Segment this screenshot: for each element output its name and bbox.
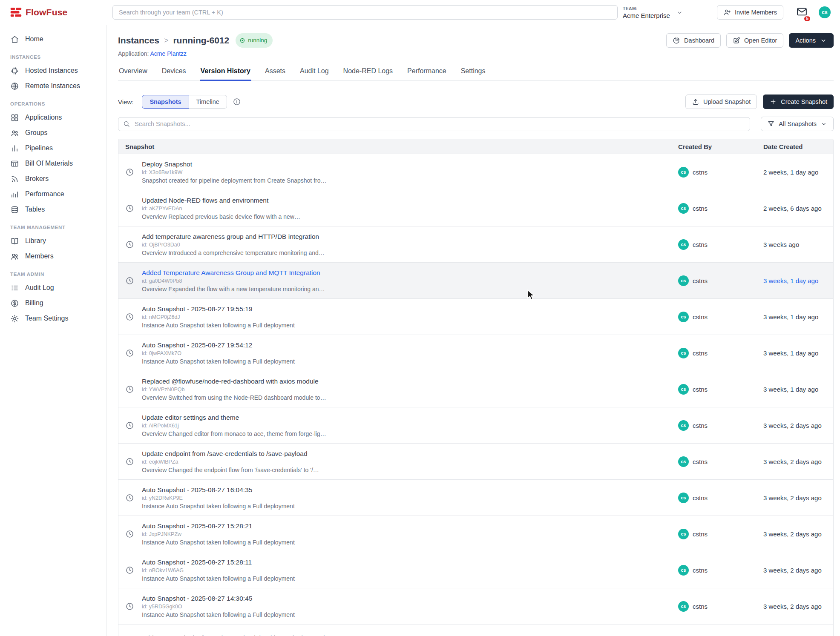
column-header-snapshot: Snapshot (118, 143, 671, 150)
create-snapshot-button[interactable]: Create Snapshot (763, 95, 834, 109)
table-row[interactable]: Added Temperature Awareness Group and MQ… (118, 262, 833, 298)
sidebar-item-groups[interactable]: Groups (0, 125, 106, 140)
creator-avatar: cs (678, 384, 689, 395)
sidebar-item-library[interactable]: Library (0, 233, 106, 249)
sidebar-item-members[interactable]: Members (0, 249, 106, 264)
table-row[interactable]: Auto Snapshot - 2025-08-27 16:04:35 id: … (118, 479, 833, 516)
sidebar-item-billing[interactable]: Billing (0, 295, 106, 311)
dashboard-label: Dashboard (684, 37, 714, 44)
sidebar-item-tables[interactable]: Tables (0, 202, 106, 217)
snapshot-description: Instance Auto Snapshot taken following a… (142, 611, 295, 618)
clock-icon (125, 493, 134, 502)
notifications-button[interactable]: 5 (796, 6, 808, 19)
tab-version-history[interactable]: Version History (200, 63, 251, 80)
info-icon[interactable] (233, 97, 241, 106)
main-content: Instances > running-6012 running Applica… (106, 25, 840, 636)
sidebar-item-pipelines[interactable]: Pipelines (0, 140, 106, 156)
creator-avatar: cs (678, 420, 689, 431)
table-row[interactable]: Replaced @flowfuse/node-red-dashboard wi… (118, 371, 833, 407)
snapshot-texts: Add HTTP endpoint for saving credentials… (142, 634, 332, 636)
snapshot-texts: Update endpoint from /save-credentials t… (142, 450, 319, 473)
created-by-cell: cs cstns (671, 312, 757, 322)
notification-badge: 5 (803, 15, 811, 22)
view-snapshots-toggle[interactable]: Snapshots (142, 95, 189, 109)
sidebar-item-home[interactable]: Home (0, 32, 106, 47)
team-search-input[interactable] (112, 5, 618, 20)
breadcrumb-instances-link[interactable]: Instances (118, 35, 159, 46)
tab-node-red-logs[interactable]: Node-RED Logs (342, 63, 394, 80)
tab-audit-log[interactable]: Audit Log (299, 63, 330, 80)
team-name: Acme Enterprise (623, 12, 670, 19)
creator-name: cstns (693, 530, 708, 538)
view-timeline-toggle[interactable]: Timeline (189, 95, 227, 109)
user-plus-icon (723, 9, 731, 16)
sidebar-item-bill-of-materials[interactable]: Bill Of Materials (0, 156, 106, 171)
snapshot-description: Instance Auto Snapshot taken following a… (142, 575, 295, 582)
sidebar-section-team-management: TEAM MANAGEMENT (0, 217, 106, 233)
snapshot-filter-dropdown[interactable]: All Snapshots (761, 117, 834, 131)
filter-funnel-icon (767, 120, 775, 128)
chevron-down-icon (820, 37, 827, 44)
creator-avatar: cs (678, 275, 689, 286)
table-row[interactable]: Auto Snapshot - 2025-08-27 19:54:12 id: … (118, 335, 833, 371)
snapshot-texts: Added Temperature Awareness Group and MQ… (142, 269, 325, 292)
date-created-cell: 3 weeks, 1 day ago (757, 386, 833, 393)
flowfuse-logo[interactable]: FlowFuse (10, 7, 112, 17)
creator-name: cstns (693, 386, 708, 393)
sidebar-item-label: Remote Instances (25, 82, 80, 90)
status-label: running (248, 35, 267, 46)
sidebar-item-team-settings[interactable]: Team Settings (0, 311, 106, 326)
table-row[interactable]: Add temperature awareness group and HTTP… (118, 226, 833, 262)
table-row[interactable]: Auto Snapshot - 2025-08-27 14:30:45 id: … (118, 588, 833, 624)
tab-devices[interactable]: Devices (161, 63, 187, 80)
snapshot-search-input[interactable] (118, 117, 750, 131)
tab-overview[interactable]: Overview (118, 63, 148, 80)
view-segmented-control: Snapshots Timeline (142, 95, 227, 109)
creator-name: cstns (693, 205, 708, 212)
application-link[interactable]: Acme Plantzz (150, 50, 187, 57)
sidebar-item-remote-instances[interactable]: Remote Instances (0, 78, 106, 94)
table-row[interactable]: Update endpoint from /save-credentials t… (118, 443, 833, 479)
team-selector[interactable]: TEAM: Acme Enterprise (623, 6, 683, 19)
snapshot-description: Overview Introduced a comprehensive temp… (142, 249, 325, 256)
snapshot-id: id: JxpPJNKPZw (142, 531, 295, 537)
clock-icon (125, 168, 134, 177)
open-editor-button[interactable]: Open Editor (726, 33, 783, 48)
tab-assets[interactable]: Assets (264, 63, 286, 80)
sidebar-item-hosted-instances[interactable]: Hosted Instances (0, 63, 106, 78)
snapshot-description: Overview Changed editor from monaco to a… (142, 430, 326, 437)
snapshot-id: id: X3o6Bw1k9W (142, 169, 326, 175)
snapshot-search (118, 117, 750, 131)
table-row[interactable]: Deploy Snapshot id: X3o6Bw1k9W Snapshot … (118, 154, 833, 190)
table-row[interactable]: Update editor settings and theme id: AlR… (118, 407, 833, 443)
table-row[interactable]: Auto Snapshot - 2025-08-27 15:28:11 id: … (118, 552, 833, 588)
snapshot-description: Instance Auto Snapshot taken following a… (142, 503, 295, 510)
sidebar-item-label: Bill Of Materials (25, 160, 73, 167)
dashboard-button[interactable]: Dashboard (666, 33, 721, 48)
snapshot-texts: Auto Snapshot - 2025-08-27 14:30:45 id: … (142, 595, 295, 618)
table-header: Snapshot Created By Date Created (118, 139, 833, 154)
snapshot-texts: Add temperature awareness group and HTTP… (142, 233, 325, 256)
sidebar-item-audit-log[interactable]: Audit Log (0, 280, 106, 295)
table-row[interactable]: Updated Node-RED flows and environment i… (118, 190, 833, 226)
upload-snapshot-button[interactable]: Upload Snapshot (685, 95, 757, 109)
tab-settings[interactable]: Settings (460, 63, 486, 80)
snapshot-cell: Auto Snapshot - 2025-08-27 16:04:35 id: … (118, 486, 671, 510)
filter-toolbar: All Snapshots (118, 117, 834, 131)
user-avatar[interactable]: cs (819, 6, 831, 18)
table-row[interactable]: Add HTTP endpoint for saving credentials… (118, 624, 833, 636)
invite-members-button[interactable]: Invite Members (717, 5, 783, 20)
table-row[interactable]: Auto Snapshot - 2025-08-27 15:28:21 id: … (118, 516, 833, 552)
snapshot-texts: Replaced @flowfuse/node-red-dashboard wi… (142, 378, 326, 401)
table-row[interactable]: Auto Snapshot - 2025-08-27 19:55:19 id: … (118, 298, 833, 335)
actions-button[interactable]: Actions (789, 33, 834, 48)
tab-performance[interactable]: Performance (406, 63, 447, 80)
clock-icon (125, 530, 134, 539)
creator-name: cstns (693, 567, 708, 574)
sidebar-item-applications[interactable]: Applications (0, 110, 106, 125)
sidebar-item-label: Performance (25, 190, 64, 198)
sidebar-item-performance[interactable]: Performance (0, 186, 106, 202)
sidebar-item-brokers[interactable]: Brokers (0, 171, 106, 186)
date-created-cell: 3 weeks ago (757, 241, 833, 248)
rss-icon (10, 175, 19, 183)
